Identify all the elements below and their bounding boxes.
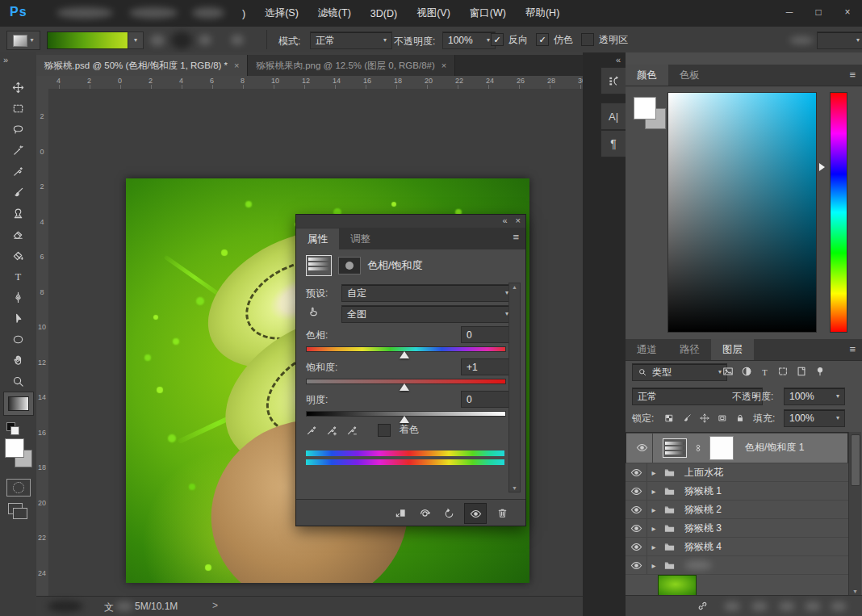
blend-mode-select[interactable]: 正常▾ (310, 31, 392, 49)
chevron-right-icon[interactable]: ▸ (647, 561, 660, 570)
saturation-slider-thumb[interactable] (400, 383, 409, 391)
visibility-toggle[interactable] (626, 463, 647, 481)
tool-eraser[interactable] (5, 224, 31, 245)
maximize-button[interactable]: □ (804, 0, 833, 24)
collapse-toolbar-icon[interactable]: » (3, 55, 7, 65)
colorize-checkbox[interactable] (378, 424, 391, 437)
tool-hand[interactable] (5, 350, 31, 371)
visibility-toggle[interactable] (626, 519, 647, 537)
menu-item[interactable]: 选择(S) (265, 6, 299, 20)
layer-thumbnail[interactable] (658, 575, 697, 595)
layer-row-group[interactable]: ▸ (626, 556, 848, 575)
mask-icon[interactable] (338, 257, 361, 274)
tool-clone-stamp[interactable] (5, 203, 31, 224)
preset-select[interactable]: 自定▾ (341, 284, 514, 302)
checkbox-box[interactable]: ✓ (491, 33, 504, 46)
menu-item[interactable]: 3D(D) (370, 8, 397, 19)
eye-icon[interactable] (630, 541, 642, 553)
gradient-preview[interactable] (47, 31, 129, 49)
lock-position-icon[interactable] (700, 413, 709, 423)
link-layers-icon[interactable] (697, 600, 709, 612)
reset-button[interactable] (438, 503, 459, 522)
tool-preset-picker[interactable]: ▾ (6, 31, 40, 50)
filter-type-icon[interactable]: T (759, 367, 770, 377)
tool-lasso[interactable] (5, 119, 31, 140)
default-colors-icon[interactable] (5, 421, 31, 435)
close-icon[interactable]: × (516, 216, 521, 225)
screen-mode-button[interactable] (6, 501, 29, 519)
layer-opacity-select[interactable]: 100%▾ (784, 388, 845, 405)
lock-artboard-icon[interactable] (718, 413, 727, 423)
close-icon[interactable]: × (441, 61, 446, 70)
layer-row-group[interactable]: ▸猕猴桃 3 (626, 519, 848, 538)
color-tab-1[interactable]: 色板 (668, 65, 711, 86)
layer-row-group[interactable]: ▸猕猴桃 2 (626, 501, 848, 519)
eye-icon[interactable] (630, 559, 642, 572)
panel-menu-icon[interactable]: ≡ (513, 231, 519, 243)
minimize-button[interactable]: ─ (775, 0, 804, 24)
tool-quick-select[interactable] (5, 140, 31, 161)
status-chevron-icon[interactable]: > (212, 600, 218, 611)
saturation-brightness-field[interactable] (667, 92, 817, 333)
filter-smart-object-icon[interactable] (796, 366, 807, 377)
chevron-right-icon[interactable]: ▸ (647, 487, 660, 496)
menu-item[interactable]: 滤镜(T) (318, 6, 351, 20)
tool-zoom[interactable] (5, 371, 31, 392)
chevron-right-icon[interactable]: ▸ (647, 524, 660, 533)
eye-icon[interactable] (636, 442, 648, 454)
hue-strip[interactable] (830, 92, 847, 333)
filter-image-icon[interactable] (722, 366, 734, 377)
character-panel-button[interactable]: A| (600, 103, 626, 130)
tool-gradient-active[interactable] (3, 392, 34, 416)
tool-marquee[interactable] (5, 98, 31, 119)
option-check-仿色[interactable]: ✓仿色 (536, 33, 573, 47)
menu-item[interactable]: 窗口(W) (470, 6, 506, 20)
tool-paint-bucket[interactable] (5, 245, 31, 266)
delete-adjustment-button[interactable] (492, 503, 513, 522)
layer-row-group[interactable]: ▸上面水花 (626, 463, 848, 482)
lock-all-icon[interactable] (735, 413, 745, 423)
visibility-toggle[interactable] (626, 538, 647, 555)
layer-row-group[interactable]: ▸猕猴桃 4 (626, 538, 848, 556)
panel-scrollbar[interactable]: ▲ ▼ (508, 283, 521, 492)
fill-select[interactable]: 100%▾ (784, 409, 845, 427)
menu-item[interactable]: 帮助(H) (525, 6, 559, 20)
chevron-right-icon[interactable]: ▸ (647, 468, 660, 477)
chevron-right-icon[interactable]: ▸ (647, 543, 660, 551)
tool-type[interactable]: T (5, 266, 31, 287)
scrollbar-thumb[interactable] (851, 434, 860, 486)
tool-eyedropper[interactable] (5, 161, 31, 182)
targeted-adjustment-icon[interactable] (308, 305, 320, 317)
view-previous-state-button[interactable] (414, 503, 435, 522)
filter-shape-icon[interactable] (777, 366, 789, 377)
adjustment-thumbnail[interactable] (663, 438, 687, 458)
paragraph-panel-button[interactable]: ¶ (600, 130, 626, 157)
layers-tab-1[interactable]: 路径 (668, 339, 711, 360)
properties-tab-1[interactable]: 调整 (339, 228, 382, 249)
scroll-up-icon[interactable]: ▲ (509, 284, 520, 290)
eye-icon[interactable] (630, 485, 642, 497)
chevron-right-icon[interactable]: ▸ (647, 505, 660, 514)
eyedropper-plus-icon[interactable] (326, 425, 337, 436)
tool-ellipse[interactable] (5, 329, 31, 350)
panel-title-strip[interactable]: « × (296, 215, 525, 228)
collapse-panel-icon[interactable]: « (502, 216, 507, 225)
visibility-toggle[interactable] (626, 556, 647, 574)
hue-value[interactable]: 0 (461, 326, 514, 343)
tool-path-select[interactable] (5, 308, 31, 329)
checkbox-box[interactable] (581, 33, 594, 46)
layer-row-group[interactable]: ▸猕猴桃 1 (626, 482, 848, 501)
lock-pixels-icon[interactable] (682, 413, 692, 423)
panel-menu-icon[interactable]: ≡ (849, 69, 856, 81)
gradient-picker-button[interactable]: ▾ (128, 31, 144, 49)
menu-item[interactable]: ) (242, 8, 245, 19)
channel-select[interactable]: 全图▾ (341, 305, 514, 323)
eye-icon[interactable] (630, 522, 642, 534)
layers-tab-0[interactable]: 通道 (626, 339, 668, 360)
toggle-visibility-button[interactable] (464, 503, 487, 524)
lock-transparency-icon[interactable] (664, 413, 674, 423)
option-check-反向[interactable]: ✓反向 (491, 33, 528, 47)
layer-row-adjustment[interactable]: 色相/饱和度 1 (626, 432, 848, 463)
lightness-slider-thumb[interactable] (400, 416, 409, 423)
hue-slider-thumb[interactable] (400, 351, 409, 358)
